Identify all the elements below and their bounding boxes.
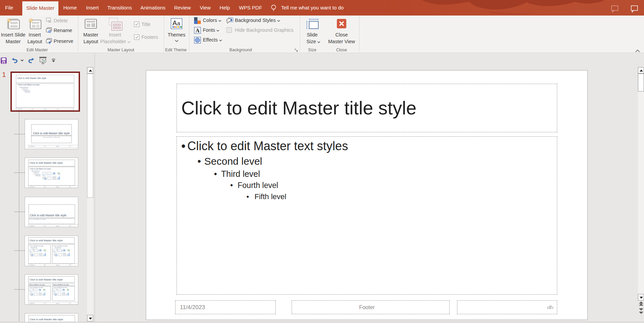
svg-text:Click to edit Master title sty: Click to edit Master title style — [29, 161, 63, 164]
svg-text:Click to edit Master text styl: Click to edit Master text styles — [30, 219, 46, 220]
svg-text:Click to edit Master subtitle: Click to edit Master subtitle style — [43, 137, 60, 138]
svg-text:• Second level: • Second level — [54, 247, 61, 248]
svg-text:• Fifth level: • Fifth level — [35, 175, 41, 177]
svg-text:• Second level: • Second level — [31, 170, 40, 172]
svg-text:Click to edit Master text styl: Click to edit Master text styles — [29, 284, 45, 286]
svg-text:• Click to edit Master text st: • Click to edit Master text styles — [53, 287, 67, 288]
svg-text:Click to edit Master title sty: Click to edit Master title style — [30, 214, 66, 217]
svg-text:Click to edit Master text styl: Click to edit Master text styles — [53, 284, 69, 286]
svg-text:A: A — [172, 19, 177, 27]
svg-text:• Second level: • Second level — [19, 86, 28, 88]
svg-text:Click to edit Master title sty: Click to edit Master title style — [17, 77, 46, 80]
svg-text:• Click to edit Master text st: • Click to edit Master text styles — [53, 245, 68, 247]
svg-text:• Click to edit Master text st: • Click to edit Master text styles — [29, 168, 51, 170]
svg-text:• Click to edit Master text st: • Click to edit Master text styles — [29, 287, 43, 288]
svg-text:• Second level: • Second level — [30, 247, 37, 248]
svg-text:• Third level: • Third level — [21, 88, 28, 90]
svg-text:a: a — [177, 21, 180, 26]
svg-text:Click to edit Master title sty: Click to edit Master title style — [29, 239, 63, 242]
svg-text:Click to edit Master title sty: Click to edit Master title style — [30, 318, 63, 321]
svg-text:Click to edit Master title sty: Click to edit Master title style — [33, 132, 70, 135]
svg-text:• Fifth level: • Fifth level — [25, 91, 30, 93]
svg-text:• Third level: • Third level — [33, 172, 39, 173]
svg-text:A: A — [195, 27, 200, 34]
svg-text:Click to edit Master title sty: Click to edit Master title style — [29, 278, 63, 281]
svg-text:• Click to edit Master text st: • Click to edit Master text styles — [17, 84, 40, 86]
svg-text:• Click to edit Master text st: • Click to edit Master text styles — [29, 245, 44, 247]
